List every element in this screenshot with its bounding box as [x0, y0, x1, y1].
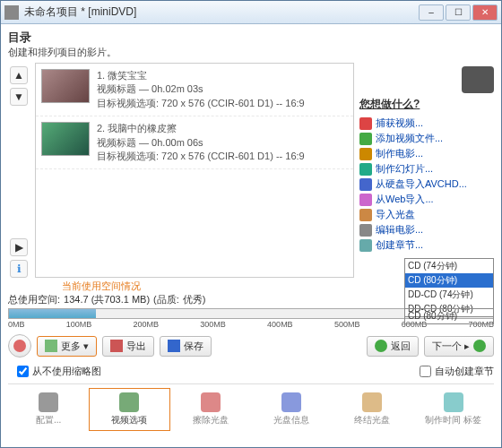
bottom-tab[interactable]: 终结光盘 [332, 388, 412, 431]
tab-icon [362, 392, 382, 412]
tab-icon [281, 392, 301, 412]
auto-chapter-checkbox[interactable]: 自动创建章节 [420, 365, 494, 378]
tab-label: 配置... [36, 414, 61, 426]
tab-icon [119, 392, 139, 412]
bottom-tab[interactable]: 光盘信息 [251, 388, 332, 431]
task-link[interactable]: 从硬盘导入AVCHD... [359, 177, 494, 192]
next-clip-button[interactable]: ▼ [10, 88, 28, 106]
task-link[interactable]: 添加视频文件... [359, 131, 494, 146]
task-icon [359, 133, 372, 145]
section-subtitle: 创建和排列项目的影片。 [8, 46, 494, 59]
camera-icon [462, 66, 494, 93]
clip-controls: ▲ ▼ ▶ ℹ [8, 63, 30, 278]
task-link[interactable]: 制作幻灯片... [359, 161, 494, 177]
task-label: 制作幻灯片... [376, 162, 433, 176]
storage-value: 134.7 (共703.1 MB) [64, 293, 150, 306]
quality-value: 优秀) [183, 293, 206, 306]
minimize-button[interactable]: – [419, 4, 444, 21]
titlebar: 未命名项目 * [miniDVD] – ☐ ✕ [1, 1, 501, 24]
tab-icon [39, 392, 58, 412]
clip-target: 目标视频选项: 720 x 576 (CCIR-601 D1) -- 16:9 [97, 97, 305, 110]
quality-label: (品质: [153, 293, 179, 306]
tab-label: 制作时间 标签 [425, 414, 481, 426]
task-label: 创建章节... [376, 238, 423, 252]
task-label: 从硬盘导入AVCHD... [376, 177, 467, 191]
close-button[interactable]: ✕ [472, 4, 498, 21]
task-link[interactable]: 从Web导入... [359, 192, 494, 207]
tab-icon [201, 392, 221, 412]
tab-label: 擦除光盘 [193, 414, 229, 426]
task-icon [359, 194, 372, 206]
task-panel-title: 您想做什么? [359, 97, 494, 112]
toolbar: 更多 ▾ 导出 保存 返回 下一个 ▸ [8, 334, 494, 358]
task-link[interactable]: 制作电影... [359, 146, 494, 161]
bottom-tab[interactable]: 配置... [8, 388, 89, 431]
task-label: 添加视频文件... [376, 132, 443, 145]
maximize-button[interactable]: ☐ [446, 4, 471, 21]
return-button[interactable]: 返回 [367, 336, 419, 357]
task-panel: 您想做什么? 捕获视频...添加视频文件...制作电影...制作幻灯片...从硬… [359, 63, 494, 278]
bottom-tab[interactable]: 制作时间 标签 [413, 388, 494, 431]
task-icon [359, 224, 372, 237]
back-button[interactable] [8, 334, 31, 358]
section-title: 目录 [8, 30, 494, 46]
next-button[interactable]: 下一个 ▸ [424, 336, 494, 357]
bottom-tabs: 配置...视频选项擦除光盘光盘信息终结光盘制作时间 标签 [8, 383, 494, 431]
task-icon [359, 163, 372, 176]
window-title: 未命名项目 * [miniDVD] [24, 4, 419, 20]
clip-thumbnail [41, 122, 90, 156]
clip-meta: 视频标题 — 0h.00m 06s [97, 136, 305, 150]
media-option[interactable]: CD (74分钟) [405, 259, 493, 273]
task-icon [359, 239, 372, 252]
clip-item[interactable]: 1. 微笑宝宝 视频标题 — 0h.02m 03s 目标视频选项: 720 x … [36, 64, 353, 116]
bottom-tab[interactable]: 擦除光盘 [170, 388, 251, 431]
task-icon [359, 148, 372, 160]
save-button[interactable]: 保存 [160, 336, 212, 357]
clip-thumbnail [41, 69, 90, 103]
info-button[interactable]: ℹ [10, 260, 28, 278]
task-icon [359, 117, 372, 130]
task-icon [359, 209, 372, 221]
clip-item[interactable]: 2. 我脑中的橡皮擦 视频标题 — 0h.00m 06s 目标视频选项: 720… [36, 116, 353, 169]
clip-target: 目标视频选项: 720 x 576 (CCIR-601 D1) -- 16:9 [97, 150, 305, 163]
more-button[interactable]: 更多 ▾ [37, 336, 97, 357]
task-link[interactable]: 创建章节... [359, 237, 494, 253]
task-label: 制作电影... [376, 147, 423, 160]
tab-icon [444, 392, 463, 412]
tab-label: 视频选项 [111, 414, 147, 426]
task-label: 导入光盘 [376, 208, 415, 221]
clip-title: 2. 我脑中的橡皮擦 [97, 122, 305, 135]
clip-list[interactable]: 1. 微笑宝宝 视频标题 — 0h.02m 03s 目标视频选项: 720 x … [35, 63, 354, 278]
tab-label: 终结光盘 [354, 414, 390, 426]
thumbnail-checkbox[interactable]: 从不使用缩略图 [17, 365, 101, 378]
media-option[interactable]: DD-CD (74分钟) [405, 288, 493, 302]
storage-label: 总使用空间: [8, 293, 60, 306]
tab-label: 光盘信息 [273, 414, 309, 426]
task-icon [359, 178, 372, 191]
bottom-tab[interactable]: 视频选项 [89, 388, 169, 431]
task-link[interactable]: 捕获视频... [359, 116, 494, 131]
task-label: 编辑电影... [376, 223, 423, 237]
task-label: 捕获视频... [376, 116, 423, 130]
task-link[interactable]: 编辑电影... [359, 222, 494, 237]
task-link[interactable]: 导入光盘 [359, 207, 494, 222]
prev-clip-button[interactable]: ▲ [10, 66, 28, 84]
media-selected[interactable]: CD (80分钟) [404, 308, 494, 324]
export-button[interactable]: 导出 [102, 336, 154, 357]
clip-meta: 视频标题 — 0h.02m 03s [97, 82, 305, 96]
clip-title: 1. 微笑宝宝 [97, 69, 305, 82]
media-option[interactable]: CD (80分钟) [405, 273, 493, 288]
app-icon [4, 5, 19, 20]
task-label: 从Web导入... [376, 193, 434, 206]
play-button[interactable]: ▶ [10, 238, 28, 256]
